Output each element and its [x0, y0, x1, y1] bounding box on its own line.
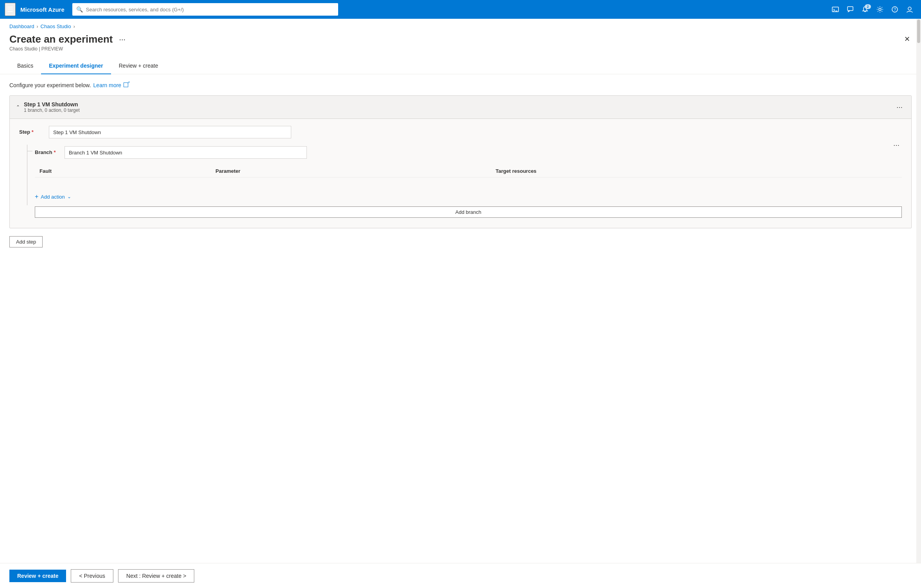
fault-table: Fault Parameter Target resources	[35, 165, 902, 184]
branch-input[interactable]	[65, 146, 307, 159]
add-action-row[interactable]: + Add action ⌄	[35, 190, 902, 206]
tabs: Basics Experiment designer Review + crea…	[0, 52, 921, 74]
page-more-button[interactable]: ···	[117, 35, 127, 44]
step-card-header: ⌃ Step 1 VM Shutdown 1 branch, 0 action,…	[10, 96, 911, 119]
breadcrumb: Dashboard › Chaos Studio ›	[0, 19, 921, 32]
page-title-area: Create an experiment ···	[9, 33, 127, 45]
step-name: Step 1 VM Shutdown	[24, 101, 80, 108]
add-step-button[interactable]: Add step	[9, 236, 43, 247]
bottom-bar: Review + create < Previous Next : Review…	[0, 563, 921, 588]
breadcrumb-chaos-studio[interactable]: Chaos Studio	[41, 23, 71, 29]
previous-button[interactable]: < Previous	[71, 569, 113, 583]
svg-point-6	[908, 7, 911, 10]
step-header-left: ⌃ Step 1 VM Shutdown 1 branch, 0 action,…	[16, 101, 80, 113]
parameter-col-header: Parameter	[211, 165, 491, 177]
svg-rect-2	[848, 7, 853, 11]
feedback-button[interactable]	[844, 4, 857, 15]
fault-empty-row	[35, 177, 902, 184]
svg-point-3	[879, 8, 881, 11]
content-area: Configure your experiment below. Learn m…	[0, 74, 921, 255]
branch-connector	[27, 145, 28, 205]
add-action-chevron-icon: ⌄	[67, 194, 71, 199]
topbar: ☰ Microsoft Azure 🔍 2 ?	[0, 0, 921, 19]
target-col-header: Target resources	[491, 165, 902, 177]
step-card: ⌃ Step 1 VM Shutdown 1 branch, 0 action,…	[9, 95, 912, 228]
svg-text:?: ?	[894, 7, 896, 12]
search-icon: 🔍	[76, 6, 83, 13]
notifications-button[interactable]: 2	[858, 4, 872, 15]
branch-form-row: Branch *	[35, 145, 902, 159]
step-form-row: Step *	[19, 126, 902, 138]
page-title: Create an experiment	[9, 33, 113, 45]
learn-more-link[interactable]: Learn more	[93, 82, 122, 88]
step-required-marker: *	[32, 129, 34, 135]
page-header: Create an experiment ··· ✕	[0, 32, 921, 45]
scrollbar-track[interactable]	[916, 19, 921, 565]
fault-col-header: Fault	[35, 165, 211, 177]
app-logo: Microsoft Azure	[20, 6, 65, 13]
config-hint-text: Configure your experiment below.	[9, 82, 91, 88]
step-more-button[interactable]: ⋯	[894, 103, 905, 112]
settings-button[interactable]	[873, 4, 887, 15]
add-action-label: Add action	[41, 194, 65, 200]
branch-label: Branch *	[35, 146, 58, 155]
step-input[interactable]	[49, 126, 291, 138]
breadcrumb-sep-1: ›	[37, 24, 38, 29]
step-info: Step 1 VM Shutdown 1 branch, 0 action, 0…	[24, 101, 80, 113]
page-subtitle: Chaos Studio | PREVIEW	[0, 45, 921, 52]
account-button[interactable]	[903, 4, 916, 15]
branch-area: ⋯ Branch * Fault Parameter Ta	[19, 145, 902, 221]
breadcrumb-dashboard[interactable]: Dashboard	[9, 23, 34, 29]
close-button[interactable]: ✕	[903, 33, 912, 45]
tab-basics[interactable]: Basics	[9, 59, 41, 74]
fault-table-header: Fault Parameter Target resources	[35, 165, 902, 177]
review-create-button[interactable]: Review + create	[9, 570, 66, 582]
step-meta: 1 branch, 0 action, 0 target	[24, 108, 80, 113]
tab-experiment-designer[interactable]: Experiment designer	[41, 59, 111, 74]
cloud-shell-button[interactable]	[829, 4, 842, 15]
search-box: 🔍	[72, 3, 338, 16]
hamburger-menu[interactable]: ☰	[5, 3, 16, 16]
topbar-actions: 2 ?	[829, 4, 916, 15]
step-label: Step *	[19, 126, 43, 135]
help-button[interactable]: ?	[888, 4, 901, 15]
branch-required-marker: *	[54, 149, 56, 155]
next-button[interactable]: Next : Review + create >	[118, 569, 194, 583]
notification-count: 2	[865, 4, 871, 9]
add-branch-button[interactable]: Add branch	[35, 206, 902, 218]
step-body: Step * ⋯ Branch *	[10, 119, 911, 228]
step-collapse-chevron[interactable]: ⌃	[16, 104, 20, 110]
scrollbar-thumb[interactable]	[917, 20, 920, 43]
tab-review-create[interactable]: Review + create	[111, 59, 166, 74]
breadcrumb-sep-2: ›	[73, 24, 75, 29]
external-link-icon: ↗	[124, 82, 128, 87]
fault-table-body	[35, 177, 902, 184]
config-hint: Configure your experiment below. Learn m…	[9, 82, 912, 88]
search-input[interactable]	[86, 7, 334, 13]
add-action-plus-icon: +	[35, 193, 38, 200]
